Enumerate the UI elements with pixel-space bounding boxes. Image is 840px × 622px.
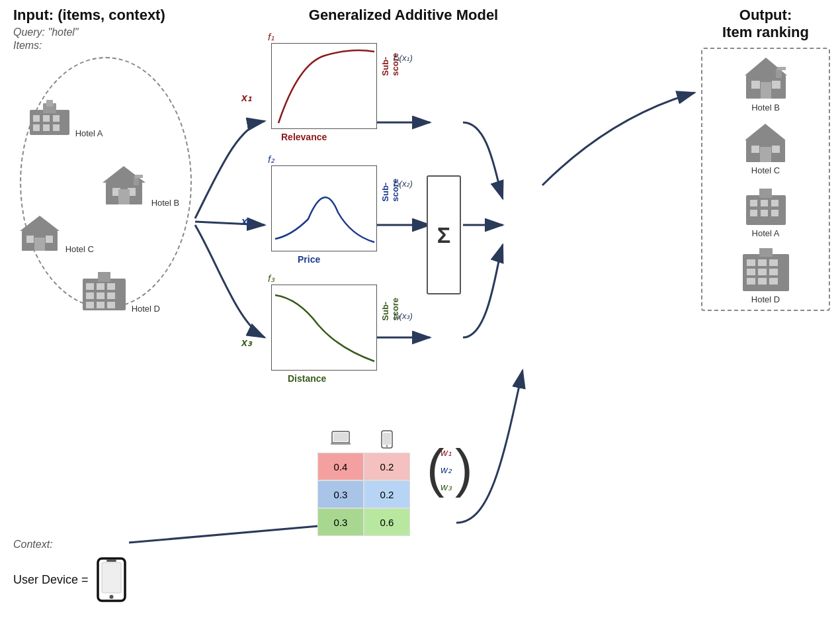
svg-rect-29 xyxy=(107,292,115,299)
graph-f3-container: f₃ Distance xyxy=(271,285,377,371)
svg-rect-42 xyxy=(383,433,391,445)
svg-rect-26 xyxy=(107,283,115,290)
svg-rect-4 xyxy=(43,115,50,122)
graph-f1-container: f₁ Relevance xyxy=(271,43,377,129)
hotel-b-item: Hotel B xyxy=(99,163,179,208)
svg-rect-66 xyxy=(758,259,767,266)
svg-rect-20 xyxy=(26,236,34,243)
graph-f3 xyxy=(271,285,377,371)
svg-rect-57 xyxy=(750,200,757,206)
hotel-b-label: Hotel B xyxy=(151,198,180,208)
distance-label: Distance xyxy=(288,373,326,384)
cell-w2-laptop: 0.3 xyxy=(317,480,364,508)
output-hotel-c: Hotel C xyxy=(741,120,790,175)
svg-rect-10 xyxy=(46,100,53,107)
items-text: Items: xyxy=(13,40,225,52)
svg-rect-48 xyxy=(761,82,771,99)
matrix-row-1: 0.4 0.2 xyxy=(271,453,410,480)
output-hotel-d: Hotel D xyxy=(739,246,792,304)
x1-label: x₁ xyxy=(241,91,251,104)
phone-small-icon xyxy=(381,430,393,449)
svg-marker-51 xyxy=(745,124,786,140)
graph-f2-container: f₂ Price xyxy=(271,165,377,251)
x2-label: x₂ xyxy=(241,215,251,228)
svg-point-36 xyxy=(109,595,113,599)
context-label: Context: xyxy=(13,539,225,551)
hotel-a-item: Hotel A xyxy=(26,97,103,138)
svg-rect-69 xyxy=(758,269,767,275)
f3-label: f₃ xyxy=(268,273,274,285)
hotel-a-label: Hotel A xyxy=(75,128,103,138)
w2-label: w₂ xyxy=(441,464,452,476)
f2x2-label: f₂(x₂) xyxy=(394,179,413,189)
svg-rect-47 xyxy=(772,81,780,89)
user-device-text: User Device = xyxy=(13,573,89,587)
svg-rect-59 xyxy=(771,200,778,206)
output-hotel-b-label: Hotel B xyxy=(739,103,792,112)
svg-rect-53 xyxy=(751,146,759,153)
f3-curve-svg xyxy=(272,285,377,371)
svg-rect-68 xyxy=(747,269,755,275)
hotel-a-icon xyxy=(26,97,73,136)
svg-rect-32 xyxy=(107,302,115,308)
svg-rect-46 xyxy=(751,81,760,89)
output-hotel-a: Hotel A xyxy=(741,183,790,238)
svg-rect-27 xyxy=(86,292,94,299)
cell-w3-laptop: 0.3 xyxy=(317,508,364,536)
svg-rect-17 xyxy=(135,175,143,178)
svg-marker-18 xyxy=(20,216,60,231)
hotel-c-item: Hotel C xyxy=(17,212,94,254)
output-hotel-b: Hotel B xyxy=(739,54,792,112)
svg-rect-63 xyxy=(759,189,772,198)
svg-rect-67 xyxy=(769,259,778,266)
user-device-phone-icon xyxy=(97,557,126,602)
svg-rect-55 xyxy=(760,147,771,162)
output-section: Output: Item ranking Hotel B xyxy=(701,7,830,311)
output-hotel-b-icon xyxy=(739,54,792,101)
relevance-label: Relevance xyxy=(281,132,327,142)
svg-rect-71 xyxy=(747,278,755,285)
svg-rect-33 xyxy=(98,272,110,282)
gam-title: Generalized Additive Model xyxy=(231,7,575,24)
svg-rect-8 xyxy=(53,124,60,131)
context-section: Context: User Device = xyxy=(13,539,225,602)
cell-w1-phone: 0.2 xyxy=(364,453,410,480)
svg-rect-61 xyxy=(761,210,768,216)
weight-vector-close: ) xyxy=(455,442,473,495)
svg-rect-58 xyxy=(761,200,768,206)
svg-rect-24 xyxy=(86,283,94,290)
cell-w3-phone: 0.6 xyxy=(364,508,410,536)
hotel-d-label: Hotel D xyxy=(132,304,160,314)
svg-rect-22 xyxy=(34,238,45,251)
main-container: Input: (items, context) Query: "hotel" I… xyxy=(0,0,840,622)
output-hotel-a-icon xyxy=(741,183,790,226)
svg-point-43 xyxy=(386,445,388,447)
cell-w2-phone: 0.2 xyxy=(364,480,410,508)
weight-vector-labels: w₁ w₂ w₃ xyxy=(441,447,452,493)
output-hotel-c-icon xyxy=(741,120,790,163)
svg-rect-35 xyxy=(102,562,121,593)
svg-rect-28 xyxy=(97,292,105,299)
output-hotel-d-icon xyxy=(739,246,792,292)
gam-section: Generalized Additive Model f₁ Relevance … xyxy=(231,7,575,34)
sigma-box: Σ xyxy=(427,175,461,294)
svg-rect-21 xyxy=(46,236,53,243)
svg-marker-11 xyxy=(103,166,146,183)
input-title: Input: (items, context) xyxy=(13,7,225,24)
output-subtitle: Item ranking xyxy=(701,24,830,41)
ellipse-container: Hotel A Hotel B xyxy=(13,57,205,315)
svg-rect-54 xyxy=(772,146,780,153)
svg-rect-39 xyxy=(333,433,348,441)
laptop-header xyxy=(317,430,364,451)
hotel-b-icon xyxy=(99,163,149,206)
output-hotel-c-label: Hotel C xyxy=(741,165,790,175)
svg-rect-5 xyxy=(53,115,60,122)
f1x1-label: f₁(x₁) xyxy=(394,53,413,63)
f2-curve-svg xyxy=(272,166,377,251)
output-hotel-d-label: Hotel D xyxy=(739,294,792,304)
svg-rect-40 xyxy=(331,443,351,445)
svg-rect-65 xyxy=(747,259,755,266)
svg-rect-7 xyxy=(43,124,50,131)
laptop-icon xyxy=(331,430,351,445)
phone-header xyxy=(364,430,410,451)
